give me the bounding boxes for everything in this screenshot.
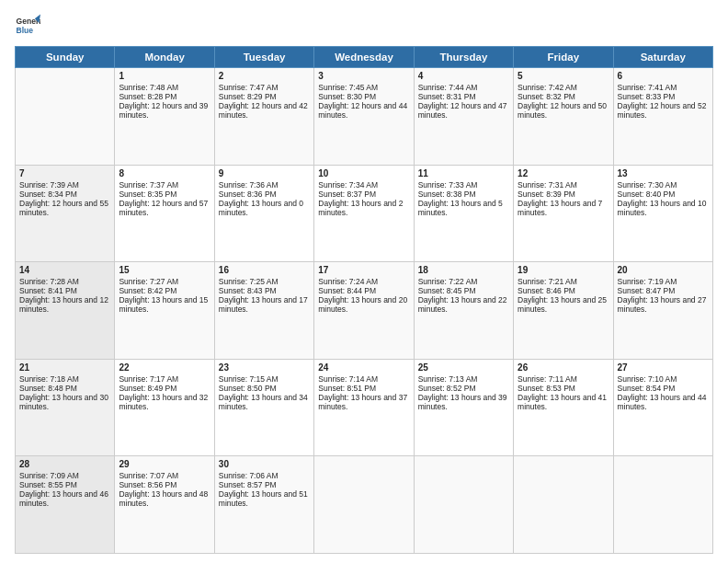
day-number: 25	[418, 362, 509, 373]
day-cell: 22Sunrise: 7:17 AMSunset: 8:49 PMDayligh…	[115, 359, 214, 456]
day-number: 13	[618, 168, 709, 178]
sunrise-text: Sunrise: 7:42 AM	[518, 83, 609, 92]
daylight-text: Daylight: 13 hours and 2 minutes.	[318, 199, 409, 217]
sunrise-text: Sunrise: 7:09 AM	[19, 471, 110, 480]
sunset-text: Sunset: 8:45 PM	[418, 286, 509, 295]
sunrise-text: Sunrise: 7:21 AM	[518, 277, 609, 286]
daylight-text: Daylight: 12 hours and 57 minutes.	[119, 199, 210, 217]
column-header-tuesday: Tuesday	[214, 47, 313, 68]
sunset-text: Sunset: 8:37 PM	[318, 190, 409, 199]
page: General Blue SundayMondayTuesdayWednesda…	[0, 0, 728, 563]
day-number: 12	[518, 168, 609, 178]
daylight-text: Daylight: 13 hours and 51 minutes.	[219, 489, 310, 508]
week-row-0: 1Sunrise: 7:48 AMSunset: 8:28 PMDaylight…	[16, 68, 713, 166]
day-cell: 14Sunrise: 7:28 AMSunset: 8:41 PMDayligh…	[16, 262, 115, 360]
day-cell: 18Sunrise: 7:22 AMSunset: 8:45 PMDayligh…	[414, 262, 513, 360]
sunset-text: Sunset: 8:41 PM	[19, 286, 110, 295]
daylight-text: Daylight: 13 hours and 22 minutes.	[418, 295, 509, 314]
daylight-text: Daylight: 13 hours and 32 minutes.	[119, 393, 210, 411]
daylight-text: Daylight: 13 hours and 30 minutes.	[19, 393, 110, 411]
daylight-text: Daylight: 13 hours and 44 minutes.	[618, 393, 709, 411]
day-cell: 21Sunrise: 7:18 AMSunset: 8:48 PMDayligh…	[16, 359, 115, 456]
day-number: 18	[418, 265, 509, 275]
sunrise-text: Sunrise: 7:45 AM	[318, 83, 409, 92]
column-header-saturday: Saturday	[613, 47, 712, 68]
daylight-text: Daylight: 13 hours and 5 minutes.	[418, 199, 509, 217]
sunrise-text: Sunrise: 7:33 AM	[418, 180, 509, 190]
sunrise-text: Sunrise: 7:47 AM	[219, 83, 310, 92]
day-number: 19	[518, 265, 609, 275]
sunset-text: Sunset: 8:49 PM	[119, 384, 210, 393]
day-number: 2	[219, 71, 310, 81]
sunset-text: Sunset: 8:32 PM	[518, 92, 609, 101]
day-number: 22	[119, 362, 210, 373]
day-cell: 13Sunrise: 7:30 AMSunset: 8:40 PMDayligh…	[613, 165, 712, 262]
day-number: 24	[318, 362, 409, 373]
daylight-text: Daylight: 13 hours and 27 minutes.	[618, 295, 709, 314]
sunset-text: Sunset: 8:46 PM	[518, 286, 609, 295]
day-cell	[414, 456, 513, 554]
day-cell: 29Sunrise: 7:07 AMSunset: 8:56 PMDayligh…	[115, 456, 214, 554]
sunset-text: Sunset: 8:50 PM	[219, 384, 310, 393]
sunrise-text: Sunrise: 7:48 AM	[119, 83, 210, 92]
day-cell: 3Sunrise: 7:45 AMSunset: 8:30 PMDaylight…	[314, 68, 414, 166]
day-cell: 23Sunrise: 7:15 AMSunset: 8:50 PMDayligh…	[214, 359, 313, 456]
day-cell: 4Sunrise: 7:44 AMSunset: 8:31 PMDaylight…	[414, 68, 513, 166]
week-row-2: 14Sunrise: 7:28 AMSunset: 8:41 PMDayligh…	[16, 262, 713, 360]
day-number: 3	[318, 71, 409, 81]
sunrise-text: Sunrise: 7:18 AM	[19, 374, 110, 384]
day-number: 30	[219, 459, 310, 469]
column-header-sunday: Sunday	[16, 47, 115, 68]
sunrise-text: Sunrise: 7:11 AM	[518, 374, 609, 384]
sunrise-text: Sunrise: 7:27 AM	[119, 277, 210, 286]
day-cell: 1Sunrise: 7:48 AMSunset: 8:28 PMDaylight…	[115, 68, 214, 166]
daylight-text: Daylight: 12 hours and 39 minutes.	[119, 101, 210, 120]
day-cell: 15Sunrise: 7:27 AMSunset: 8:42 PMDayligh…	[115, 262, 214, 360]
sunset-text: Sunset: 8:33 PM	[618, 92, 709, 101]
day-cell: 27Sunrise: 7:10 AMSunset: 8:54 PMDayligh…	[613, 359, 712, 456]
sunrise-text: Sunrise: 7:41 AM	[618, 83, 709, 92]
day-cell: 30Sunrise: 7:06 AMSunset: 8:57 PMDayligh…	[214, 456, 313, 554]
day-cell	[16, 68, 115, 166]
day-cell: 17Sunrise: 7:24 AMSunset: 8:44 PMDayligh…	[314, 262, 414, 360]
day-cell: 8Sunrise: 7:37 AMSunset: 8:35 PMDaylight…	[115, 165, 214, 262]
day-number: 6	[618, 71, 709, 81]
day-cell	[314, 456, 414, 554]
sunrise-text: Sunrise: 7:25 AM	[219, 277, 310, 286]
sunset-text: Sunset: 8:34 PM	[19, 190, 110, 199]
sunset-text: Sunset: 8:35 PM	[119, 190, 210, 199]
day-number: 26	[518, 362, 609, 373]
sunset-text: Sunset: 8:52 PM	[418, 384, 509, 393]
sunrise-text: Sunrise: 7:06 AM	[219, 471, 310, 480]
sunrise-text: Sunrise: 7:39 AM	[19, 180, 110, 190]
day-number: 23	[219, 362, 310, 373]
day-number: 28	[19, 459, 110, 469]
column-header-wednesday: Wednesday	[314, 47, 414, 68]
sunset-text: Sunset: 8:40 PM	[618, 190, 709, 199]
day-cell: 5Sunrise: 7:42 AMSunset: 8:32 PMDaylight…	[514, 68, 613, 166]
day-cell	[514, 456, 613, 554]
day-cell: 19Sunrise: 7:21 AMSunset: 8:46 PMDayligh…	[514, 262, 613, 360]
week-row-3: 21Sunrise: 7:18 AMSunset: 8:48 PMDayligh…	[16, 359, 713, 456]
sunrise-text: Sunrise: 7:15 AM	[219, 374, 310, 384]
day-cell: 11Sunrise: 7:33 AMSunset: 8:38 PMDayligh…	[414, 165, 513, 262]
sunrise-text: Sunrise: 7:36 AM	[219, 180, 310, 190]
sunset-text: Sunset: 8:42 PM	[119, 286, 210, 295]
day-cell: 16Sunrise: 7:25 AMSunset: 8:43 PMDayligh…	[214, 262, 313, 360]
daylight-text: Daylight: 12 hours and 47 minutes.	[418, 101, 509, 120]
day-number: 7	[19, 168, 110, 178]
day-cell: 26Sunrise: 7:11 AMSunset: 8:53 PMDayligh…	[514, 359, 613, 456]
sunset-text: Sunset: 8:48 PM	[19, 384, 110, 393]
sunset-text: Sunset: 8:30 PM	[318, 92, 409, 101]
daylight-text: Daylight: 12 hours and 55 minutes.	[19, 199, 110, 217]
daylight-text: Daylight: 13 hours and 20 minutes.	[318, 295, 409, 314]
logo-icon: General Blue	[15, 13, 40, 39]
sunrise-text: Sunrise: 7:31 AM	[518, 180, 609, 190]
sunset-text: Sunset: 8:31 PM	[418, 92, 509, 101]
sunset-text: Sunset: 8:53 PM	[518, 384, 609, 393]
daylight-text: Daylight: 13 hours and 10 minutes.	[618, 199, 709, 217]
day-number: 10	[318, 168, 409, 178]
day-number: 5	[518, 71, 609, 81]
column-header-thursday: Thursday	[414, 47, 513, 68]
daylight-text: Daylight: 13 hours and 46 minutes.	[19, 489, 110, 508]
